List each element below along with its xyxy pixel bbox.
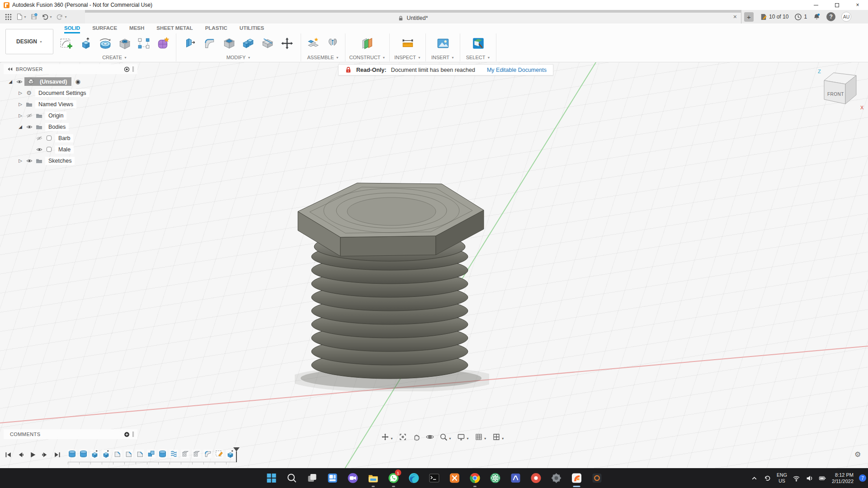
create-form-icon[interactable] <box>156 36 171 51</box>
timeline-feature-boxframe-icon[interactable] <box>192 450 201 458</box>
battery-icon[interactable] <box>819 474 826 482</box>
preferences-gear-icon[interactable]: ⚙ <box>854 450 861 459</box>
timeline-feature-chamfer-icon[interactable] <box>136 450 144 458</box>
taskbar-chrome-icon[interactable] <box>465 468 485 488</box>
ribbon-group-label[interactable]: ASSEMBLE▼ <box>302 53 344 61</box>
orbit-icon[interactable] <box>426 433 434 441</box>
visibility-eye-icon[interactable] <box>14 80 24 84</box>
timeline-feature-boxframe-icon[interactable] <box>181 450 189 458</box>
play-icon[interactable] <box>29 451 37 459</box>
taskbar-app-red-icon[interactable] <box>526 468 546 488</box>
notification-count-badge[interactable]: 7 <box>859 474 866 482</box>
wifi-icon[interactable] <box>793 474 800 482</box>
timeline-playhead[interactable] <box>233 447 240 463</box>
timeline-feature-sketch-icon[interactable] <box>215 450 223 458</box>
timeline-feature-cylinder-icon[interactable] <box>79 450 88 458</box>
ribbon-group-label[interactable]: SELECT▼ <box>461 53 495 61</box>
expand-arrow-icon[interactable]: ▷ <box>16 102 24 107</box>
revolve-icon[interactable] <box>97 36 113 51</box>
minimize-button[interactable] <box>806 0 826 10</box>
visibility-eye-off-icon[interactable] <box>34 136 44 141</box>
taskbar-app-dark-icon[interactable] <box>587 468 607 488</box>
ribbon-tab-solid[interactable]: SOLID <box>64 25 80 33</box>
tray-sync-icon[interactable] <box>764 474 771 482</box>
browser-item-male[interactable]: Male <box>4 144 148 155</box>
taskbar-atom-icon[interactable] <box>485 468 505 488</box>
ribbon-tab-utilities[interactable]: UTILITIES <box>240 25 264 33</box>
browser-item-document-settings[interactable]: ▷⚙Document Settings <box>4 87 148 99</box>
user-avatar[interactable]: AU <box>841 12 851 22</box>
redo-icon[interactable]: ▼ <box>55 12 68 22</box>
timeline-feature-coil-icon[interactable] <box>170 450 178 458</box>
comments-panel-header[interactable]: COMMENTS <box>4 429 137 439</box>
taskbar-terminal-icon[interactable] <box>424 468 444 488</box>
timeline-feature-extrude-icon[interactable] <box>102 450 110 458</box>
save-icon[interactable] <box>29 12 38 21</box>
file-menu-icon[interactable]: ▼ <box>15 12 28 21</box>
step-back-icon[interactable] <box>17 451 24 459</box>
taskbar-task-view-icon[interactable] <box>302 468 322 488</box>
pattern-icon[interactable] <box>136 36 151 51</box>
ribbon-tab-surface[interactable]: SURFACE <box>92 25 117 33</box>
ribbon-tab-plastic[interactable]: PLASTIC <box>205 25 227 33</box>
viewport-canvas[interactable]: BROWSER ◢(Unsaved)◉▷⚙Document Settings▷N… <box>0 62 868 468</box>
browser-item-named-views[interactable]: ▷Named Views <box>4 99 148 110</box>
move-icon[interactable] <box>279 36 295 51</box>
ribbon-group-label[interactable]: MODIFY▼ <box>177 53 300 61</box>
collapse-panel-icon[interactable] <box>7 67 13 71</box>
editable-documents-link[interactable]: My Editable Documents <box>487 67 547 73</box>
selected-root-chip[interactable]: (Unsaved) <box>24 77 71 86</box>
expand-arrow-icon[interactable]: ▷ <box>16 90 24 95</box>
select-icon[interactable] <box>471 36 486 51</box>
ribbon-group-label[interactable]: INSPECT▼ <box>391 53 425 61</box>
volume-icon[interactable] <box>806 474 813 482</box>
add-comment-icon[interactable] <box>124 432 130 437</box>
visibility-eye-off-icon[interactable] <box>24 113 34 118</box>
browser-item-bodies[interactable]: ◢Bodies <box>4 121 148 132</box>
expand-arrow-icon[interactable]: ◢ <box>16 124 24 129</box>
ribbon-tab-sheet-metal[interactable]: SHEET METAL <box>156 25 193 33</box>
taskbar-file-explorer-icon[interactable] <box>363 468 383 488</box>
job-status-indicator[interactable]: 1 <box>794 13 807 21</box>
shell-icon[interactable] <box>221 36 236 51</box>
new-tab-button[interactable]: + <box>744 12 754 22</box>
timeline-feature-cylinder-icon[interactable] <box>68 450 76 458</box>
visibility-eye-icon[interactable] <box>24 159 34 163</box>
extrude-icon[interactable] <box>78 36 93 51</box>
taskbar-search-icon[interactable] <box>282 468 302 488</box>
timeline-feature-chamfer-icon[interactable] <box>124 450 133 458</box>
clock-date[interactable]: 8:12 PM 2/11/2022 <box>832 472 854 485</box>
create-sketch-icon[interactable] <box>58 36 74 51</box>
insert-image-icon[interactable] <box>435 36 451 51</box>
split-body-icon[interactable] <box>260 36 275 51</box>
taskbar-meet-icon[interactable] <box>343 468 363 488</box>
timeline-feature-combine-icon[interactable] <box>147 450 156 458</box>
step-forward-icon[interactable] <box>41 451 49 459</box>
browser-panel-header[interactable]: BROWSER <box>4 64 137 74</box>
taskbar-fusion-360-icon[interactable] <box>566 468 587 488</box>
fit-view-icon[interactable] <box>399 433 407 441</box>
maximize-button[interactable] <box>826 0 847 10</box>
ribbon-group-label[interactable]: INSERT▼ <box>427 53 459 61</box>
document-limit-indicator[interactable]: 10 of 10 <box>760 13 788 21</box>
zoom-icon[interactable]: ▼ <box>439 433 452 441</box>
language-indicator[interactable]: ENGUS <box>777 472 787 483</box>
browser-item-barb[interactable]: Barb <box>4 132 148 144</box>
display-settings-circle-icon[interactable] <box>124 66 130 72</box>
measure-icon[interactable] <box>400 36 415 51</box>
taskbar-whatsapp-icon[interactable]: 1 <box>383 468 404 488</box>
expand-arrow-icon[interactable]: ◢ <box>6 79 14 84</box>
panel-resize-grip[interactable] <box>132 432 134 437</box>
visibility-eye-icon[interactable] <box>24 125 34 129</box>
browser-item-(unsaved)[interactable]: ◢(Unsaved)◉ <box>4 76 148 87</box>
ribbon-group-label[interactable]: CONSTRUCT▼ <box>346 53 388 61</box>
document-tab[interactable]: Untitled* × <box>85 10 741 23</box>
display-settings-icon[interactable]: ▼ <box>457 433 469 441</box>
pan-hand-icon[interactable] <box>412 433 420 441</box>
ribbon-group-label[interactable]: CREATE▼ <box>54 53 175 61</box>
expand-arrow-icon[interactable]: ▷ <box>16 158 24 163</box>
taskbar-edge-icon[interactable] <box>404 468 424 488</box>
help-icon[interactable]: ? <box>826 12 835 21</box>
pan-icon[interactable]: ▼ <box>381 433 393 441</box>
new-component-icon[interactable] <box>306 36 321 51</box>
